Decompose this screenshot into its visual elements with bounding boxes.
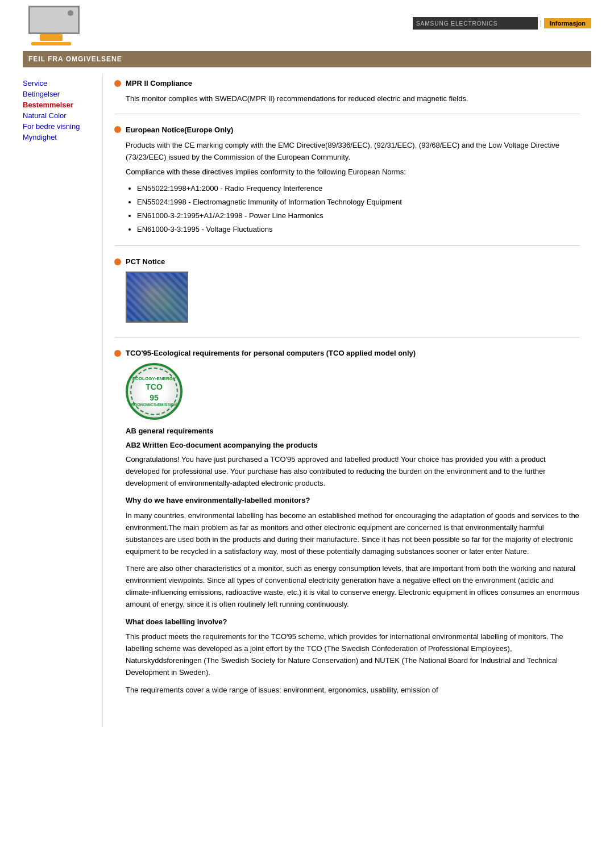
- tco-body: ECOLOGY•ENERGY TCO 95 ERGONOMICS•EMISSIO…: [126, 363, 580, 696]
- sidebar-item-betingelser[interactable]: Betingelser: [23, 90, 97, 98]
- info-button[interactable]: Informasjon: [544, 18, 591, 28]
- tco-badge-inner: ECOLOGY•ENERGY TCO 95 ERGONOMICS•EMISSIO…: [128, 376, 180, 408]
- section-tco: TCO'95-Ecological requirements for perso…: [114, 349, 580, 710]
- monitor-logo: [23, 6, 91, 45]
- norm-item-0: EN55022:1998+A1:2000 - Radio Frequency I…: [137, 183, 580, 195]
- monitor-screen: [28, 6, 80, 34]
- mpr-text: This monitor complies with SWEDAC(MPR II…: [126, 93, 580, 105]
- section-mpr: MPR II Compliance This monitor complies …: [114, 79, 580, 114]
- norm-item-2: EN61000-3-2:1995+A1/A2:1998 - Power Line…: [137, 210, 580, 222]
- sidebar: Service Betingelser Bestemmelser Natural…: [23, 73, 102, 727]
- sidebar-item-natural-color[interactable]: Natural Color: [23, 111, 97, 120]
- header-right: SAMSUNG ELECTRONICS | Informasjon: [413, 17, 591, 30]
- sub-header-text: FEIL FRA OMGIVELSENE: [28, 55, 122, 63]
- sub-header: FEIL FRA OMGIVELSENE: [23, 51, 591, 67]
- norm-item-1: EN55024:1998 - Electromagnetic Immunity …: [137, 197, 580, 208]
- monitor-base: [31, 42, 71, 45]
- content-area: MPR II Compliance This monitor complies …: [102, 73, 591, 727]
- section-title-tco: TCO'95-Ecological requirements for perso…: [114, 349, 580, 357]
- main-container: Service Betingelser Bestemmelser Natural…: [23, 67, 591, 727]
- sidebar-item-bestemmelser[interactable]: Bestemmelser: [23, 101, 97, 109]
- european-intro: Products with the CE marking comply with…: [126, 140, 580, 164]
- tco-sub-heading-ab: AB general requirements: [126, 425, 580, 437]
- sidebar-item-for-bedre-visning[interactable]: For bedre visning: [23, 122, 97, 131]
- tco-why-para-1: There are also other characteristics of …: [126, 563, 580, 610]
- tco-why-heading: Why do we have environmentally-labelled …: [126, 495, 580, 507]
- tco-badge: ECOLOGY•ENERGY TCO 95 ERGONOMICS•EMISSIO…: [126, 363, 182, 420]
- mpr-body: This monitor complies with SWEDAC(MPR II…: [126, 93, 580, 105]
- bullet-mpr: [114, 80, 121, 87]
- section-european: European Notice(Europe Only) Products wi…: [114, 126, 580, 247]
- header: SAMSUNG ELECTRONICS | Informasjon: [0, 0, 614, 51]
- bullet-pct: [114, 258, 121, 265]
- monitor-stand: [40, 34, 63, 41]
- section-title-mpr: MPR II Compliance: [114, 79, 580, 87]
- logo-area: [23, 6, 91, 45]
- european-norms-list: EN55022:1998+A1:2000 - Radio Frequency I…: [137, 183, 580, 235]
- tco-label-para-0: This product meets the requirements for …: [126, 631, 580, 678]
- tco-sub-heading-ab2: AB2 Written Eco-document acompanying the…: [126, 440, 580, 452]
- pct-image-overlay: [127, 273, 187, 322]
- pct-body: [126, 272, 580, 323]
- sidebar-item-myndighet[interactable]: Myndighet: [23, 133, 97, 141]
- section-pct: PCT Notice: [114, 257, 580, 337]
- european-compliance: Compliance with these directives implies…: [126, 166, 580, 178]
- pct-image: [126, 272, 188, 323]
- tco-label-para-1: The requirements cover a wide range of i…: [126, 685, 580, 696]
- section-title-pct: PCT Notice: [114, 257, 580, 266]
- bullet-european: [114, 126, 121, 133]
- tco-why-para-0: In many countries, environmental labelli…: [126, 510, 580, 557]
- pct-title: PCT Notice: [126, 257, 165, 266]
- tco-label-heading: What does labelling involve?: [126, 616, 580, 628]
- monitor-knob: [68, 10, 73, 16]
- mpr-title: MPR II Compliance: [126, 79, 192, 87]
- tco-ab-para-0: Congratulations! You have just purchased…: [126, 454, 580, 489]
- bullet-tco: [114, 350, 121, 357]
- separator: |: [540, 19, 542, 27]
- tco-title: TCO'95-Ecological requirements for perso…: [126, 349, 416, 357]
- nav-bar: SAMSUNG ELECTRONICS: [413, 17, 538, 30]
- nav-bar-text: SAMSUNG ELECTRONICS: [416, 20, 497, 27]
- european-body: Products with the CE marking comply with…: [126, 140, 580, 236]
- sidebar-item-service[interactable]: Service: [23, 79, 97, 87]
- european-title: European Notice(Europe Only): [126, 126, 233, 134]
- section-title-european: European Notice(Europe Only): [114, 126, 580, 134]
- norm-item-3: EN61000-3-3:1995 - Voltage Fluctuations: [137, 224, 580, 236]
